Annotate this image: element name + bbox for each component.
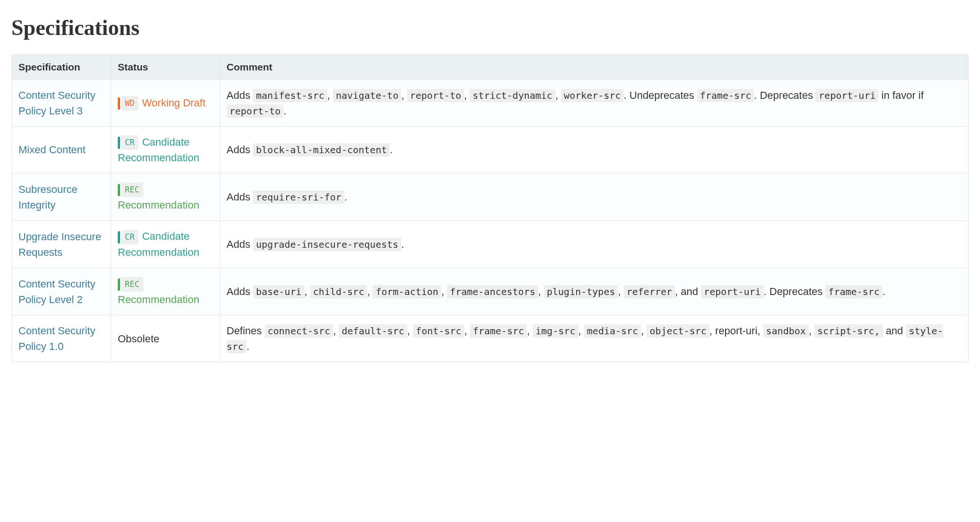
comment-cell: Adds base-uri, child-src, form-action, f… (220, 268, 969, 315)
code-token: frame-ancestors (447, 285, 538, 298)
code-token: frame-src (697, 89, 754, 102)
comment-text: . Deprecates (754, 89, 816, 101)
code-token: strict-dynamic (470, 89, 555, 102)
code-token: img-src (533, 324, 578, 338)
spec-cell: Upgrade Insecure Requests (12, 221, 111, 268)
comment-text: . (883, 286, 885, 297)
comment-text: , (407, 325, 413, 337)
code-token: worker-src (561, 89, 623, 102)
status-bar-icon (118, 184, 120, 196)
comment-text: , (333, 325, 339, 337)
spec-cell: Content Security Policy Level 2 (12, 268, 111, 315)
status-text: Recommendation (118, 199, 199, 211)
comment-text: . (246, 340, 249, 352)
comment-cell: Adds manifest-src, navigate-to, report-t… (220, 79, 969, 126)
code-token: report-to (407, 89, 464, 102)
table-row: Upgrade Insecure RequestsCRCandidate Rec… (12, 221, 969, 268)
spec-cell: Content Security Policy 1.0 (12, 315, 111, 362)
table-header-row: Specification Status Comment (12, 55, 969, 80)
comment-text: , (618, 286, 623, 297)
comment-text: and (883, 325, 906, 337)
comment-text: , (464, 325, 470, 337)
status-wrap: WDWorking Draft (118, 95, 206, 111)
table-row: Mixed ContentCRCandidate RecommendationA… (12, 126, 969, 174)
comment-text: , (641, 325, 647, 337)
spec-link[interactable]: Content Security Policy Level 3 (18, 89, 96, 117)
comment-text: Adds (227, 238, 253, 250)
spec-link[interactable]: Content Security Policy Level 2 (18, 278, 96, 305)
comment-cell: Adds block-all-mixed-content. (220, 126, 969, 174)
spec-link[interactable]: Subresource Integrity (18, 183, 78, 211)
comment-text: in favor if (878, 89, 923, 101)
col-specification: Specification (12, 55, 111, 80)
comment-text: . (344, 191, 347, 203)
status-cell: CRCandidate Recommendation (111, 221, 220, 268)
status-cell: CRCandidate Recommendation (111, 126, 220, 174)
table-row: Content Security Policy Level 2RECRecomm… (12, 268, 969, 315)
code-token: upgrade-insecure-requests (253, 238, 401, 251)
comment-text: . (401, 238, 404, 250)
code-token: navigate-to (333, 89, 401, 102)
status-badge: CR (121, 135, 138, 150)
status-wrap: CRCandidate Recommendation (118, 134, 213, 166)
comment-text: . (283, 105, 286, 117)
table-row: Content Security Policy 1.0ObsoleteDefin… (12, 315, 969, 362)
status-wrap: CRCandidate Recommendation (118, 228, 213, 260)
code-token: child-src (310, 285, 367, 298)
comment-text: . Deprecates (764, 286, 826, 297)
spec-link[interactable]: Upgrade Insecure Requests (18, 231, 101, 258)
code-token: frame-src (470, 324, 527, 338)
comment-text: , (441, 286, 447, 297)
status-bar-icon (118, 231, 120, 244)
specifications-table: Specification Status Comment Content Sec… (11, 54, 969, 362)
comment-text: , report-uri, (709, 325, 763, 337)
status-bar-icon (118, 97, 120, 110)
status-badge: CR (121, 230, 138, 245)
comment-text: , (538, 286, 544, 297)
code-token: default-src (339, 324, 407, 338)
col-status: Status (111, 55, 220, 80)
status-text: Working Draft (142, 97, 205, 109)
code-token: base-uri (253, 285, 304, 298)
code-token: font-src (413, 324, 464, 338)
status-bar-icon (118, 137, 120, 149)
comment-text: . (390, 144, 393, 156)
status-cell: WDWorking Draft (111, 79, 220, 126)
col-comment: Comment (220, 55, 969, 80)
spec-link[interactable]: Mixed Content (18, 144, 86, 156)
comment-text: , (401, 89, 407, 101)
code-token: connect-src (265, 324, 333, 338)
comment-text: Adds (227, 286, 253, 297)
section-heading: Specifications (11, 11, 969, 44)
status-badge: REC (121, 183, 143, 198)
comment-text: Defines (227, 325, 265, 337)
status-text: Obsolete (118, 333, 159, 345)
spec-cell: Mixed Content (12, 126, 111, 174)
code-token: media-src (584, 324, 641, 338)
status-wrap: RECRecommendation (118, 181, 213, 213)
code-token: block-all-mixed-content (253, 143, 390, 157)
code-token: referrer (624, 285, 675, 298)
comment-text: Adds (227, 144, 253, 156)
code-token: report-uri (816, 89, 878, 102)
comment-cell: Adds require-sri-for. (220, 174, 969, 221)
spec-link[interactable]: Content Security Policy 1.0 (18, 325, 96, 352)
status-badge: WD (121, 96, 138, 111)
status-cell: RECRecommendation (111, 174, 220, 221)
status-bar-icon (118, 278, 120, 291)
code-token: manifest-src (253, 89, 327, 102)
comment-text: Adds (227, 191, 253, 203)
code-token: require-sri-for (253, 191, 344, 204)
comment-cell: Adds upgrade-insecure-requests. (220, 221, 969, 268)
status-cell: Obsolete (111, 315, 220, 362)
comment-text: , and (675, 286, 701, 297)
comment-text: , (464, 89, 470, 101)
code-token: report-uri (701, 285, 763, 298)
status-cell: RECRecommendation (111, 268, 220, 315)
code-token: plugin-types (544, 285, 618, 298)
code-token: frame-src (825, 285, 882, 298)
comment-text: . Undeprecates (624, 89, 697, 101)
comment-text: , (809, 325, 814, 337)
comment-text: , (555, 89, 561, 101)
comment-text: , (578, 325, 584, 337)
